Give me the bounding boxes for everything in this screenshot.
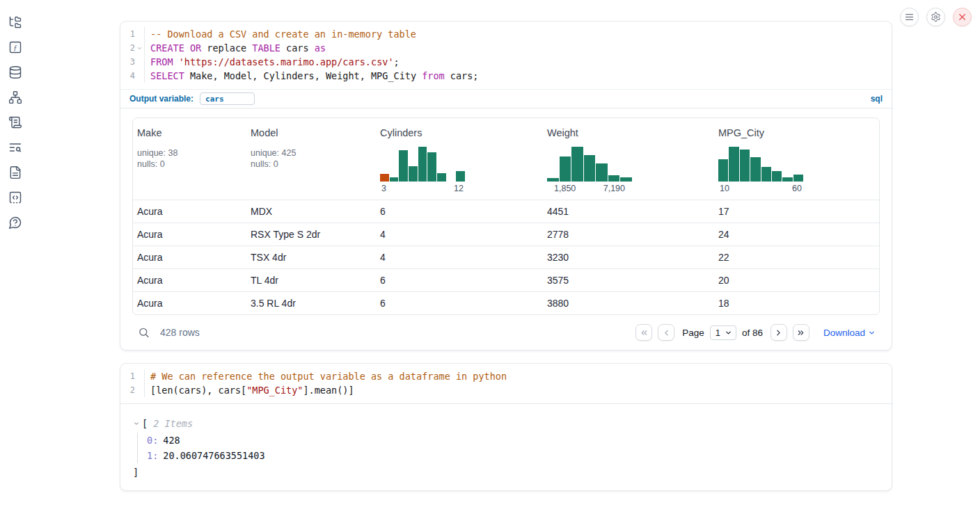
axis-max-label: 7,190 bbox=[603, 184, 625, 193]
line-number: 2 bbox=[120, 383, 135, 397]
fold-slot bbox=[135, 383, 144, 397]
next-page-button[interactable] bbox=[770, 324, 787, 341]
column-stats: unique: 425nulls: 0 bbox=[251, 147, 380, 170]
items-count-label: 2 Items bbox=[153, 416, 193, 431]
histogram-bar bbox=[718, 159, 728, 182]
list-output-tree: [ 2 Items 0:4281:20.060747663551403 ] bbox=[120, 404, 892, 490]
page-label: Page bbox=[682, 328, 704, 338]
nulls-count: nulls: 0 bbox=[251, 159, 380, 170]
histogram-bar bbox=[740, 150, 750, 182]
sql-code-editor[interactable]: 1-- Download a CSV and create an in-memo… bbox=[120, 22, 892, 89]
histogram-axis-labels: 1060 bbox=[718, 184, 803, 193]
code-text[interactable]: # We can reference the output variable a… bbox=[144, 369, 892, 383]
shutdown-close-button[interactable] bbox=[953, 8, 972, 26]
pagination: Page 1 of 86 Download bbox=[635, 324, 876, 341]
line-number: 4 bbox=[120, 69, 135, 83]
sidebar-item-snippets-code[interactable] bbox=[8, 191, 22, 204]
histogram-bars bbox=[547, 147, 632, 182]
table-footer: 428 rows Page 1 of 86 Download bbox=[132, 315, 880, 350]
last-page-button[interactable] bbox=[793, 324, 809, 341]
column-name[interactable]: MPG_City bbox=[718, 127, 764, 138]
python-code-line: 2[len(cars), cars["MPG_City"].mean()] bbox=[120, 383, 892, 397]
column-name[interactable]: Cylinders bbox=[380, 127, 422, 138]
histogram-bar bbox=[560, 156, 571, 182]
sql-code-line: 1-- Download a CSV and create an in-memo… bbox=[120, 27, 892, 41]
download-button[interactable]: Download bbox=[823, 328, 876, 338]
prev-page-button[interactable] bbox=[658, 324, 674, 341]
histogram-bar bbox=[547, 178, 559, 182]
histogram-bar bbox=[571, 147, 583, 182]
fold-slot bbox=[135, 369, 144, 383]
fold-slot bbox=[135, 69, 144, 83]
axis-min-label: 10 bbox=[720, 184, 729, 193]
topbar-controls bbox=[900, 8, 972, 26]
table-cell: MDX bbox=[251, 206, 380, 217]
token-plain bbox=[184, 42, 190, 54]
fold-chevron-icon[interactable] bbox=[135, 41, 144, 55]
tree-children: 0:4281:20.060747663551403 bbox=[137, 433, 892, 463]
sidebar-item-dependency-graph[interactable] bbox=[8, 90, 22, 104]
sidebar-item-function-square[interactable]: ƒ bbox=[8, 40, 22, 54]
sidebar-item-documentation-file[interactable] bbox=[8, 166, 22, 179]
data-table: Makeunique: 38nulls: 0Modelunique: 425nu… bbox=[132, 118, 880, 315]
chevron-down-icon bbox=[725, 329, 732, 337]
column-name[interactable]: Make bbox=[137, 127, 161, 138]
token-kw: as bbox=[315, 42, 326, 54]
token-kw: TABLE bbox=[252, 42, 280, 54]
fold-slot bbox=[135, 55, 144, 69]
sidebar: ƒ bbox=[0, 0, 31, 507]
page-select[interactable]: 1 bbox=[710, 325, 736, 340]
token-plain: cars; bbox=[445, 70, 479, 81]
histogram-bar bbox=[761, 167, 771, 182]
sql-cell: 1-- Download a CSV and create an in-memo… bbox=[120, 21, 892, 351]
token-kw: SELECT bbox=[150, 70, 184, 81]
output-variable-input[interactable] bbox=[200, 92, 255, 105]
column-histogram: 312 bbox=[380, 147, 465, 193]
histogram-bar bbox=[729, 147, 738, 182]
column-header-mpg_city: MPG_City1060 bbox=[718, 127, 879, 193]
histogram-bar bbox=[399, 150, 408, 182]
search-icon[interactable] bbox=[138, 327, 150, 339]
column-name[interactable]: Model bbox=[251, 127, 278, 138]
sidebar-item-logs-search[interactable] bbox=[8, 140, 22, 154]
column-header-make: Makeunique: 38nulls: 0 bbox=[137, 127, 251, 193]
axis-max-label: 12 bbox=[454, 184, 464, 193]
token-plain: replace bbox=[201, 42, 252, 54]
table-cell: 4451 bbox=[547, 206, 718, 217]
chevron-down-icon bbox=[868, 329, 876, 337]
sidebar-item-help-question[interactable] bbox=[8, 216, 22, 230]
sidebar-item-file-tree[interactable] bbox=[8, 15, 22, 29]
settings-gear-icon bbox=[931, 12, 941, 22]
code-text[interactable]: FROM 'https://datasets.marimo.app/cars.c… bbox=[144, 55, 892, 69]
sql-code-line: 4SELECT Make, Model, Cylinders, Weight, … bbox=[120, 69, 892, 83]
line-number: 1 bbox=[120, 27, 135, 41]
token-kw: CREATE bbox=[150, 42, 184, 54]
code-text[interactable]: [len(cars), cars["MPG_City"].mean()] bbox=[144, 383, 892, 397]
sidebar-item-database[interactable] bbox=[8, 65, 22, 79]
menu-icon bbox=[904, 12, 915, 22]
first-page-button[interactable] bbox=[635, 324, 652, 341]
code-text[interactable]: -- Download a CSV and create an in-memor… bbox=[144, 27, 892, 41]
python-code-editor[interactable]: 1# We can reference the output variable … bbox=[120, 364, 892, 403]
column-name[interactable]: Weight bbox=[547, 127, 578, 138]
language-badge[interactable]: sql bbox=[871, 94, 883, 104]
code-text[interactable]: CREATE OR replace TABLE cars as bbox=[144, 41, 892, 55]
table-cell: 20 bbox=[718, 275, 879, 286]
table-cell: 24 bbox=[718, 229, 879, 240]
output-variable-label: Output variable: bbox=[129, 94, 193, 104]
histogram-bar bbox=[427, 152, 436, 182]
tree-entry: 0:428 bbox=[147, 433, 892, 448]
menu-button[interactable] bbox=[900, 8, 919, 26]
code-text[interactable]: SELECT Make, Model, Cylinders, Weight, M… bbox=[144, 69, 892, 83]
histogram-axis-labels: 312 bbox=[380, 184, 465, 193]
sidebar-item-scratchpad-scroll[interactable] bbox=[8, 115, 22, 129]
histogram-bar bbox=[390, 177, 399, 182]
sql-cell-footer: Output variable: sql bbox=[120, 89, 892, 108]
axis-min-label: 3 bbox=[381, 184, 386, 193]
table-cell: Acura bbox=[137, 252, 251, 263]
collapse-chevron-icon[interactable] bbox=[133, 420, 142, 427]
histogram-bar bbox=[772, 171, 782, 182]
column-histogram: 1,8507,190 bbox=[547, 147, 632, 193]
token-str: 'https://datasets.marimo.app/cars.csv' bbox=[179, 56, 394, 67]
settings-gear-button[interactable] bbox=[926, 8, 945, 26]
